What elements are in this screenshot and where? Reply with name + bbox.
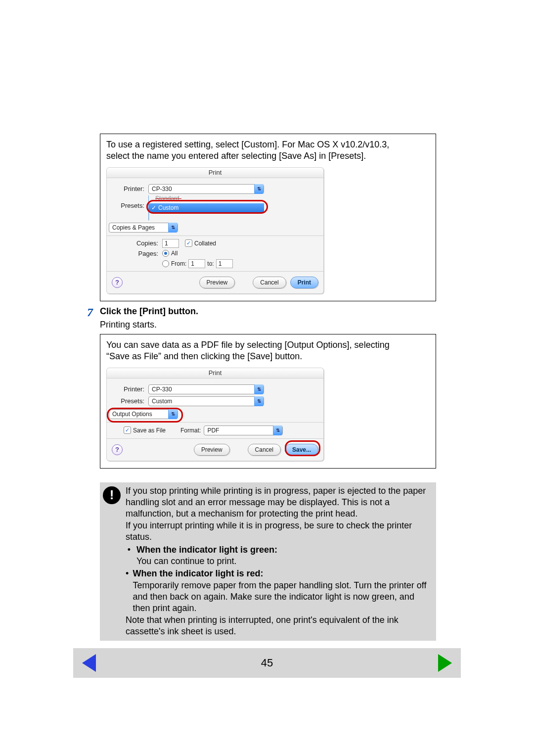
pdf-line-1: You can save data as a PDF file by selec… xyxy=(106,339,430,351)
separator xyxy=(107,438,323,439)
cancel-button[interactable]: Cancel xyxy=(248,444,281,456)
note-green-title: When the indicator light is green: xyxy=(136,545,277,555)
save-button[interactable]: Save... xyxy=(285,444,318,456)
bullet-dot: • xyxy=(126,568,129,614)
checkmark-icon: ✓ xyxy=(151,204,156,211)
pane-select[interactable]: Output Options ⇅ xyxy=(109,409,178,419)
pane-value: Copies & Pages xyxy=(112,224,168,231)
updown-icon: ⇅ xyxy=(168,223,178,233)
help-button[interactable]: ? xyxy=(112,444,123,455)
printer-label: Printer: xyxy=(112,185,144,192)
printer-label: Printer: xyxy=(112,385,144,393)
custom-preset-info-box: To use a registered setting, select [Cus… xyxy=(100,134,436,301)
help-button[interactable]: ? xyxy=(112,277,123,288)
presets-value: Custom xyxy=(152,398,254,405)
presets-label: Presets: xyxy=(112,202,144,209)
updown-icon: ⇅ xyxy=(254,184,264,194)
pane-value: Output Options xyxy=(112,411,168,418)
step-number: 7 xyxy=(83,306,93,330)
checkmark-icon: ✓ xyxy=(124,426,131,434)
separator xyxy=(107,422,323,423)
copies-label: Copies: xyxy=(112,239,158,247)
print-dialog-1: Print Printer: CP-330 ⇅ Presets: Standar… xyxy=(106,167,324,294)
intro-line-1: To use a registered setting, select [Cus… xyxy=(106,139,430,150)
print-button[interactable]: Print xyxy=(290,277,318,288)
note-red-title: When the indicator light is red: xyxy=(133,568,264,578)
to-label: to: xyxy=(207,260,214,267)
pdf-save-info-box: You can save data as a PDF file by selec… xyxy=(100,334,436,469)
to-input[interactable]: 1 xyxy=(216,259,233,268)
note-p3: Note that when printing is interrupted, … xyxy=(126,614,433,638)
next-page-icon[interactable] xyxy=(438,654,452,672)
separator xyxy=(107,236,323,236)
page-footer: 45 xyxy=(73,648,461,678)
dialog-title: Print xyxy=(107,168,323,178)
note-green-body: You can continue to print. xyxy=(136,556,277,567)
checkmark-icon: ✓ xyxy=(185,239,192,247)
dialog-title: Print xyxy=(107,368,323,378)
collated-label: Collated xyxy=(194,240,216,247)
pages-all-radio[interactable] xyxy=(162,250,169,257)
printer-value: CP-330 xyxy=(152,186,254,192)
pages-range-radio[interactable] xyxy=(162,260,169,267)
info-note-box: ! If you stop printing while printing is… xyxy=(100,482,436,641)
pages-all-label: All xyxy=(171,250,178,257)
pages-label: Pages: xyxy=(112,250,158,257)
presets-standard-struck: Standard xyxy=(155,195,179,202)
step-title: Click the [Print] button. xyxy=(100,306,198,317)
presets-select[interactable]: Custom ⇅ xyxy=(148,396,264,406)
format-value: PDF xyxy=(207,427,273,434)
prev-page-icon[interactable] xyxy=(82,654,96,672)
updown-icon: ⇅ xyxy=(168,409,178,419)
save-as-file-label: Save as File xyxy=(133,427,166,434)
note-p2: If you interrupt printing while it is in… xyxy=(126,520,433,543)
printer-select[interactable]: CP-330 ⇅ xyxy=(148,184,264,194)
step-7: 7 Click the [Print] button. Printing sta… xyxy=(100,306,436,330)
save-as-file-checkbox[interactable]: ✓ Save as File xyxy=(124,426,166,434)
intro-line-2: select the name you entered after select… xyxy=(106,150,430,162)
note-red-body: Temporarily remove paper from the paper … xyxy=(133,580,433,614)
updown-icon: ⇅ xyxy=(254,384,264,394)
cancel-button[interactable]: Cancel xyxy=(253,277,286,288)
presets-label: Presets: xyxy=(112,397,144,405)
updown-icon: ⇅ xyxy=(273,425,282,435)
collated-checkbox[interactable]: ✓ Collated xyxy=(185,239,216,247)
presets-select-open[interactable]: Standard ✓ Custom xyxy=(148,196,264,220)
presets-selected-item: Custom xyxy=(158,204,178,211)
printer-value: CP-330 xyxy=(152,386,254,393)
note-p1: If you stop printing while printing is i… xyxy=(126,485,433,520)
separator xyxy=(107,271,323,272)
preview-button[interactable]: Preview xyxy=(199,277,235,288)
bullet-dot: • xyxy=(126,544,133,567)
from-input[interactable]: 1 xyxy=(188,259,205,268)
format-label: Format: xyxy=(180,427,201,434)
copies-input[interactable]: 1 xyxy=(162,239,179,248)
pdf-line-2: “Save as File” and then clicking the [Sa… xyxy=(106,351,430,362)
page-number: 45 xyxy=(261,657,273,669)
print-dialog-2: Print Printer: CP-330 ⇅ Presets: Custom xyxy=(106,368,324,461)
printer-select[interactable]: CP-330 ⇅ xyxy=(148,384,264,394)
from-label: From: xyxy=(171,260,186,267)
format-select[interactable]: PDF ⇅ xyxy=(204,425,283,435)
info-icon: ! xyxy=(103,486,121,504)
preview-button[interactable]: Preview xyxy=(194,444,230,456)
pane-select[interactable]: Copies & Pages ⇅ xyxy=(109,223,178,233)
updown-icon: ⇅ xyxy=(254,396,264,406)
step-subtext: Printing starts. xyxy=(100,320,198,330)
